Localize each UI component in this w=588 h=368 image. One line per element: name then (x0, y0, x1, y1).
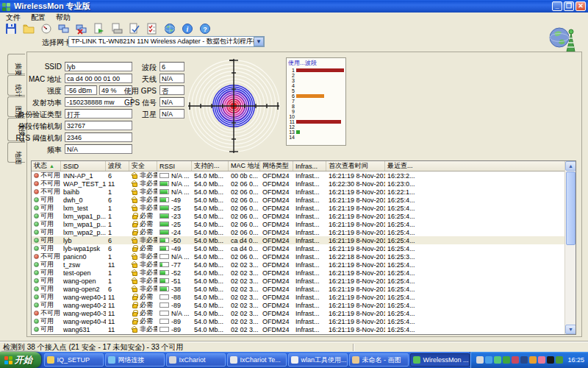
taskbar-button-4[interactable]: wlan工具使用... (288, 353, 348, 367)
table-row[interactable]: 可用lxm_test1非必需-2554.0 Mb...02 06 0...OFD… (32, 204, 576, 212)
column-header-8[interactable]: Infras... (293, 161, 326, 171)
help-icon[interactable]: ? (198, 23, 212, 35)
security-cell: 必需 (129, 301, 157, 309)
table-row[interactable]: 可用wang-wep40-111必需-8854.0 Mb...02 02 3..… (32, 293, 576, 301)
security-cell: 必需 (129, 228, 157, 236)
table-row[interactable]: 可用lyb6非必需-5054.0 Mb...ca d4 0...OFDM24In… (32, 236, 576, 244)
table-row[interactable]: 可用wang63111非必需-8954.0 Mb...02 02 3...OFD… (32, 325, 576, 333)
restore-button[interactable]: ❐ (564, 1, 574, 11)
status-text: 检测到 38 个接入点 (21 安全 - 17 未知安全) - 33 个可用 (3, 342, 184, 353)
table-row[interactable]: 不可用WAP_TEST_11G11非必需N/A ...54.0 Mb...02 … (32, 180, 576, 188)
table-row[interactable]: 可用t_zsw11非必需-7754.0 Mb...02 02 3...OFDM2… (32, 261, 576, 269)
signal-bar-icon (159, 181, 169, 186)
column-header-2[interactable]: 波段 (106, 161, 129, 171)
signal-bar-icon (159, 311, 169, 316)
tray-icon-2[interactable] (494, 356, 501, 364)
taskbar-button-5[interactable]: 未命名 - 画图 (349, 353, 409, 367)
menu-item-2[interactable]: 帮助 (56, 13, 71, 23)
open-folder-icon[interactable] (21, 23, 35, 35)
disconnect-icon[interactable] (74, 23, 88, 35)
first-seen-cell: 16:22:18 8-Nov-2010 (326, 252, 385, 261)
band-cell: 11 (106, 325, 129, 333)
tray-icon-7[interactable] (538, 356, 545, 364)
taskbar-button-6[interactable]: WirelessMon ... (410, 353, 470, 367)
taskbar-button-3[interactable]: IxChariot Te... (227, 353, 287, 367)
table-row[interactable]: 可用lxm_wpa1_p...1必需-2554.0 Mb...02 06 0..… (32, 220, 576, 228)
tray-icon-9[interactable] (556, 356, 563, 364)
table-row[interactable]: 可用dwh_06非必需-4954.0 Mb...02 06 0...OFDM24… (32, 196, 576, 204)
table-row[interactable]: 可用wang-wep40-411必需-8954.0 Mb...02 02 3..… (32, 317, 576, 325)
rssi-cell: -24 (157, 228, 192, 236)
first-seen-cell: 16:21:19 8-Nov-2010 (326, 317, 385, 325)
save-icon[interactable] (4, 23, 18, 35)
table-row[interactable]: 可用wang-wep40-211必需-8954.0 Mb...02 02 3..… (32, 301, 576, 309)
last-seen-cell: 16:25:4... (385, 293, 576, 301)
taskbar-button-1[interactable]: 网络连接 (105, 353, 165, 367)
mac-cell: 02 02 3... (229, 325, 260, 333)
security-cell: 非必需 (129, 325, 157, 333)
unavailable-icon (34, 173, 39, 178)
scroll-up-icon[interactable]: ▲ (565, 161, 576, 171)
field-value: -56 dBm (65, 85, 97, 95)
column-header-1[interactable]: SSID (61, 161, 106, 171)
table-row[interactable]: 不可用INN-AP_16非必需N/A ...54.0 Mb...00 0b c.… (32, 171, 576, 180)
table-row[interactable]: 不可用wang-wep40-311必需N/A ...54.0 Mb...02 0… (32, 309, 576, 317)
taskbar-button-2[interactable]: IxChariot (166, 353, 226, 367)
band-cell: 11 (106, 293, 129, 301)
scrollbar-thumb[interactable] (566, 171, 576, 245)
info-icon[interactable]: i (180, 23, 194, 35)
chevron-down-icon[interactable]: ▼ (254, 37, 264, 46)
signal-bar-icon (159, 294, 169, 300)
minimize-button[interactable]: _ (552, 1, 562, 11)
print-doc-icon[interactable] (110, 23, 123, 35)
field-label: 强度 (0, 86, 62, 96)
infrastructure-cell: Infrast... (293, 196, 326, 204)
table-row[interactable]: 不可用baihb1非必需N/A ...54.0 Mb...02 06 0...O… (32, 188, 576, 196)
scroll-down-icon[interactable]: ▼ (565, 325, 576, 334)
table-row[interactable]: 可用lxm_wpa2_p...1必需-2454.0 Mb...02 06 0..… (32, 228, 576, 236)
column-header-3[interactable]: 安全 (129, 161, 157, 171)
vertical-scrollbar[interactable]: ▲ ▼ (564, 161, 576, 334)
table-row[interactable]: 可用test-open1非必需-5254.0 Mb...02 02 3...OF… (32, 269, 576, 277)
tray-icon-6[interactable] (529, 356, 537, 364)
gauge-icon[interactable] (39, 23, 53, 35)
available-icon (34, 205, 39, 210)
column-header-7[interactable]: 网络类型 (260, 161, 293, 171)
column-header-0[interactable]: 状态▲ (32, 161, 61, 171)
menu-item-0[interactable]: 文件 (6, 13, 21, 23)
taskbar-button-0[interactable]: IQ_SETUP (44, 353, 104, 367)
column-header-9[interactable]: 首次查看时间 (326, 161, 385, 171)
channel-row: 4 (288, 83, 344, 88)
checklist-icon[interactable] (145, 23, 159, 35)
table-row[interactable]: 可用wang-open1非必需-5154.0 Mb...02 02 3...OF… (32, 277, 576, 285)
column-header-6[interactable]: MAC 地址 (229, 161, 260, 171)
table-row[interactable]: 不可用panicn01非必需N/A ...54.0 Mb...02 06 0..… (32, 252, 576, 261)
toolbar: i ? (0, 22, 588, 35)
field-label: RTS 阈值机制 (0, 133, 62, 144)
menu-item-1[interactable]: 配置 (31, 13, 46, 23)
start-button[interactable]: 开始 (0, 352, 41, 368)
table-row[interactable]: 可用lyb-wpa1psk6必需-4954.0 Mb...ca d4 0...O… (32, 244, 576, 252)
column-header-4[interactable]: RSSI (157, 161, 192, 171)
table-row[interactable]: 可用lxm_wpa1_p...1必需-2354.0 Mb...02 06 0..… (32, 212, 576, 220)
adapter-combobox[interactable]: TP-LINK TL-WN821N 11N Wireless Adapter -… (68, 36, 265, 47)
tray-icon-8[interactable] (547, 356, 554, 364)
tray-icon-4[interactable] (512, 356, 519, 364)
column-header-10[interactable]: 最近查... (385, 161, 576, 171)
last-seen-cell: 16:25:4... (385, 277, 576, 285)
close-button[interactable]: ✕ (576, 1, 586, 11)
tray-icon-5[interactable] (520, 356, 528, 364)
network-computers-icon[interactable] (57, 23, 71, 35)
verify-doc-icon[interactable] (127, 23, 141, 35)
web-globe-icon[interactable] (162, 23, 176, 35)
tray-icon-1[interactable] (485, 356, 492, 364)
tray-icon-3[interactable] (503, 356, 510, 364)
tray-icon-0[interactable] (476, 356, 484, 364)
column-header-5[interactable]: 支持的... (192, 161, 229, 171)
infrastructure-cell: Infrast... (293, 261, 326, 269)
taskbar-clock: 16:25 (567, 356, 584, 364)
table-row[interactable]: 可用wang-open26非必需-3854.0 Mb...02 02 3...O… (32, 285, 576, 293)
export-doc-icon[interactable] (92, 23, 106, 35)
field-label: 分段传输机制 (0, 121, 62, 132)
rssi-cell: -49 (157, 196, 192, 204)
